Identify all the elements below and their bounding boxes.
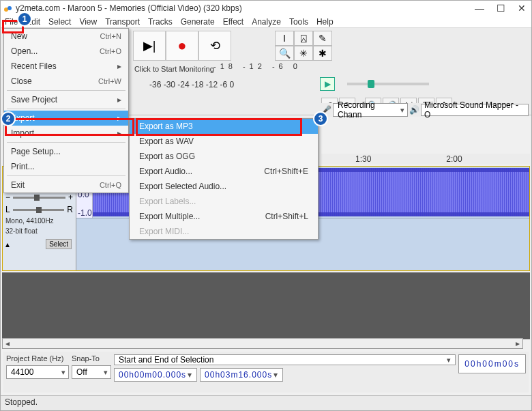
menu-item-export-wav[interactable]: Export as WAV (130, 134, 318, 149)
time-mark: 2:00 (446, 154, 462, 164)
timeline-ruler[interactable]: 1:30 2:00 (321, 154, 530, 165)
collapse-button[interactable]: ▴ (5, 240, 10, 249)
zoom-tool-icon[interactable]: 🔍 (275, 46, 294, 61)
selection-start-field[interactable]: 00h00m00.000s▾ (114, 368, 197, 382)
menu-item-exit[interactable]: ExitCtrl+Q (4, 178, 128, 193)
project-rate-label: Project Rate (Hz) (6, 354, 69, 363)
menu-item-save-project[interactable]: Save Project▸ (4, 92, 128, 107)
selection-end-field[interactable]: 00h03m16.000s▾ (200, 368, 283, 382)
track-select-button[interactable]: Select (46, 239, 72, 249)
snap-to-combo[interactable]: Off (72, 365, 111, 379)
menu-item-close[interactable]: CloseCtrl+W (4, 74, 128, 89)
device-toolbar: 🎤 Recording Chann 🔊 Microsoft Sound Mapp… (321, 103, 529, 117)
menu-select[interactable]: Select (48, 17, 71, 27)
menu-analyze[interactable]: Analyze (252, 17, 281, 27)
menu-item-export-selected[interactable]: Export Selected Audio... (130, 179, 318, 194)
file-menu-popup: NewCtrl+N Open...Ctrl+O Recent Files▸ Cl… (3, 28, 129, 193)
annotation-badge-3: 3 (313, 111, 328, 126)
pan-slider[interactable] (13, 209, 65, 211)
export-submenu-popup: Export as MP3 Export as WAV Export as OG… (129, 118, 319, 240)
status-text: Stopped. (5, 397, 38, 407)
track-format-line1: Mono, 44100Hz (3, 216, 76, 226)
selection-toolbar: Project Rate (Hz) 44100 Snap-To Off Star… (3, 352, 529, 393)
meter-ticks-top: -18 -12 -6 0 (213, 62, 301, 70)
menubar: File Edit Select View Transport Tracks G… (1, 16, 531, 28)
menu-item-export-audio[interactable]: Export Audio...Ctrl+Shift+E (130, 164, 318, 179)
statusbar: Stopped. (1, 395, 531, 410)
gain-minus-icon: − (5, 193, 10, 202)
selection-tool-icon[interactable]: I (275, 31, 294, 46)
menu-item-export-labels: Export Labels... (130, 194, 318, 209)
menu-item-import[interactable]: Import▸ (4, 126, 128, 141)
menu-item-export[interactable]: Export▸ (4, 111, 128, 126)
speaker-icon: 🔊 (409, 105, 419, 115)
meter-hint[interactable]: Click to Start Monitoring (134, 65, 214, 73)
menu-item-page-setup[interactable]: Page Setup... (4, 144, 128, 159)
track-format-line2: 32-bit float (3, 226, 76, 236)
menu-item-export-multiple[interactable]: Export Multiple...Ctrl+Shift+L (130, 209, 318, 224)
snap-to-label: Snap-To (72, 354, 111, 363)
time-mark: 1:30 (355, 154, 371, 164)
draw-tool-icon[interactable]: ✎ (313, 31, 332, 46)
menu-item-export-mp3[interactable]: Export as MP3 (130, 119, 318, 134)
playback-device-combo[interactable]: Microsoft Sound Mapper - O (421, 104, 529, 116)
titlebar: y2meta.com - Maroon 5 - Memories (Offici… (1, 1, 531, 16)
menu-view[interactable]: View (79, 17, 97, 27)
menu-item-recent-files[interactable]: Recent Files▸ (4, 59, 128, 74)
play-at-speed-button[interactable]: ▶ (320, 77, 335, 91)
recording-channels-combo[interactable]: Recording Chann (333, 103, 408, 117)
maximize-button[interactable]: ☐ (497, 3, 505, 14)
menu-tracks[interactable]: Tracks (148, 17, 173, 27)
tracks-background (2, 272, 530, 339)
horizontal-scrollbar[interactable]: ◂ ▸ (2, 338, 523, 349)
scroll-left-icon[interactable]: ◂ (3, 339, 12, 348)
playback-speed-slider[interactable] (347, 83, 429, 85)
minimize-button[interactable]: — (475, 3, 484, 14)
menu-item-new[interactable]: NewCtrl+N (4, 29, 128, 44)
pan-right-label: R (67, 205, 73, 214)
menu-item-export-ogg[interactable]: Export as OGG (130, 149, 318, 164)
audio-position-field[interactable]: 00h00m00s (458, 354, 526, 373)
envelope-tool-icon[interactable]: ⍓ (294, 31, 313, 46)
loop-button[interactable]: ⟲ (198, 31, 231, 61)
tool-palette: I ⍓ ✎ 🔍 ✳ ✱ (275, 31, 332, 61)
menu-transport[interactable]: Transport (105, 17, 140, 27)
annotation-badge-2: 2 (1, 111, 16, 126)
menu-effect[interactable]: Effect (223, 17, 243, 27)
timeshift-tool-icon[interactable]: ✳ (294, 46, 313, 61)
skip-end-button[interactable]: ▶| (133, 31, 166, 61)
app-icon (2, 3, 13, 14)
project-rate-combo[interactable]: 44100 (6, 365, 69, 379)
multi-tool-icon[interactable]: ✱ (313, 46, 332, 61)
menu-help[interactable]: Help (316, 17, 334, 27)
record-button[interactable]: ● (166, 31, 198, 61)
menu-item-export-midi: Export MIDI... (130, 224, 318, 239)
annotation-badge-1: 1 (17, 12, 32, 27)
window-title: y2meta.com - Maroon 5 - Memories (Offici… (16, 3, 475, 13)
svg-point-1 (8, 6, 12, 10)
gain-slider[interactable] (13, 197, 65, 199)
gain-plus-icon: + (68, 193, 73, 202)
menu-item-print[interactable]: Print... (4, 159, 128, 174)
scroll-right-icon[interactable]: ▸ (513, 339, 522, 348)
pan-left-label: L (5, 205, 10, 214)
selection-mode-combo[interactable]: Start and End of Selection (114, 354, 456, 365)
menu-generate[interactable]: Generate (181, 17, 215, 27)
close-button[interactable]: ✕ (518, 3, 526, 14)
menu-item-open[interactable]: Open...Ctrl+O (4, 44, 128, 59)
menu-tools[interactable]: Tools (289, 17, 308, 27)
menu-file[interactable]: File (5, 17, 18, 27)
transport-buttons: ▶| ● ⟲ (133, 31, 231, 61)
